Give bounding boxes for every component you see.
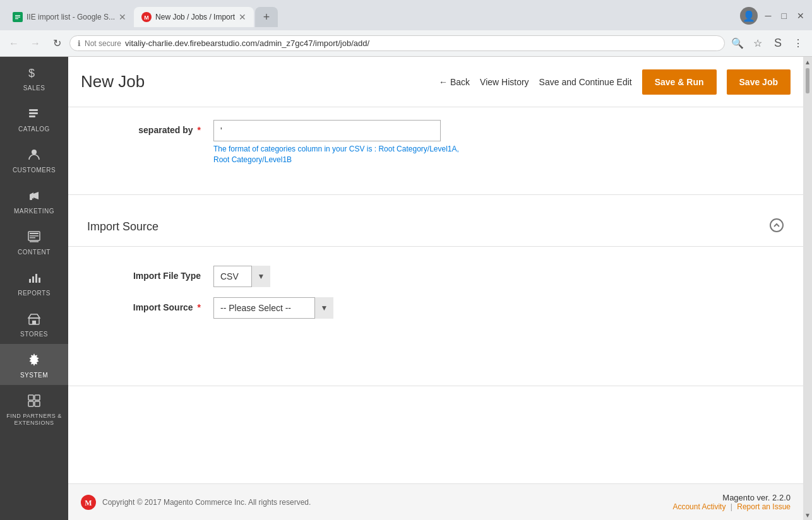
sidebar-item-extensions-label: FIND PARTNERS & EXTENSIONS	[4, 413, 64, 427]
tab1-title: IIE import list - Google S...	[27, 13, 115, 21]
separated-by-label: separated by *	[87, 120, 213, 135]
svg-rect-9	[29, 115, 35, 117]
tab-list: IIE import list - Google S... ✕ M New Jo…	[5, 7, 740, 27]
scroll-track	[803, 67, 812, 510]
svg-rect-14	[30, 235, 39, 237]
save-continue-button[interactable]: Save and Continue Edit	[539, 77, 632, 87]
sidebar-item-marketing-label: MARKETING	[14, 208, 54, 215]
view-history-button[interactable]: View History	[480, 77, 529, 87]
import-file-type-row: Import File Type CSV XML JSON ▼	[87, 266, 784, 287]
svg-rect-18	[35, 274, 37, 283]
svg-rect-1	[15, 15, 20, 16]
import-source-select[interactable]: -- Please Select -- File FTP/SFTP URL Dr…	[213, 297, 333, 319]
sidebar-item-sales-label: SALES	[23, 85, 45, 92]
account-activity-link[interactable]: Account Activity	[672, 502, 725, 511]
save-job-button[interactable]: Save Job	[727, 69, 791, 95]
svg-rect-16	[29, 279, 31, 283]
close-window-button[interactable]: ✕	[794, 11, 807, 21]
extension-icon[interactable]: S	[769, 35, 787, 52]
import-source-body: Import File Type CSV XML JSON ▼	[68, 247, 803, 348]
page-title: New Job	[81, 72, 145, 92]
sidebar-item-marketing[interactable]: MARKETING	[0, 180, 68, 221]
import-source-required-marker: *	[198, 302, 201, 312]
separated-by-input[interactable]	[213, 120, 441, 141]
content-icon	[27, 230, 41, 246]
url-bar[interactable]: ℹ Not secure vitaliy-charlie.dev.firebea…	[69, 35, 725, 51]
svg-rect-15	[30, 237, 35, 239]
new-tab-button[interactable]: +	[255, 7, 278, 27]
maximize-button[interactable]: □	[779, 11, 789, 21]
search-icon[interactable]: 🔍	[729, 35, 746, 52]
scroll-up-button[interactable]: ▲	[803, 57, 812, 67]
svg-text:$: $	[28, 67, 35, 80]
marketing-icon	[27, 189, 41, 205]
main-content: New Job ← Back View History Save and Con…	[68, 57, 803, 520]
back-nav-button[interactable]: ←	[5, 35, 23, 52]
reload-button[interactable]: ↻	[48, 35, 66, 52]
extensions-icon	[27, 394, 41, 410]
separated-by-row: separated by * The format of categories …	[87, 120, 784, 165]
sidebar-item-sales[interactable]: $ SALES	[0, 57, 68, 98]
svg-rect-23	[28, 395, 33, 400]
footer-links: Account Activity | Report an Issue	[672, 502, 791, 511]
sidebar-item-reports[interactable]: REPORTS	[0, 262, 68, 303]
tab1-close-icon[interactable]: ✕	[119, 12, 126, 22]
import-file-type-wrap: CSV XML JSON ▼	[213, 266, 784, 287]
tab2-title: New Job / Jobs / Import	[155, 13, 235, 21]
copyright-text: Copyright © 2017 Magento Commerce Inc. A…	[102, 498, 311, 507]
required-marker: *	[198, 125, 201, 135]
svg-text:M: M	[85, 499, 92, 507]
svg-rect-8	[29, 112, 38, 114]
footer-left: M Copyright © 2017 Magento Commerce Inc.…	[81, 495, 311, 510]
svg-rect-7	[29, 109, 38, 111]
svg-text:M: M	[144, 15, 149, 21]
import-source-header[interactable]: Import Source	[68, 208, 803, 247]
back-button[interactable]: ← Back	[439, 77, 470, 87]
sales-icon: $	[27, 66, 41, 82]
tab-magento[interactable]: M New Job / Jobs / Import ✕	[134, 7, 254, 27]
svg-rect-24	[35, 395, 40, 400]
report-issue-link[interactable]: Report an Issue	[737, 502, 791, 511]
save-run-button[interactable]: Save & Run	[642, 69, 717, 95]
footer-right: Magento ver. 2.2.0 Account Activity | Re…	[672, 493, 791, 511]
import-file-type-select[interactable]: CSV XML JSON	[213, 266, 270, 287]
import-source-select-wrap: -- Please Select -- File FTP/SFTP URL Dr…	[213, 297, 333, 319]
bookmark-icon[interactable]: ☆	[749, 35, 767, 52]
sidebar-item-catalog[interactable]: CATALOG	[0, 98, 68, 139]
footer-separator: |	[731, 502, 732, 511]
scroll-thumb[interactable]	[806, 68, 809, 93]
system-icon	[27, 353, 41, 369]
scroll-down-button[interactable]: ▼	[803, 510, 812, 520]
header-actions: ← Back View History Save and Continue Ed…	[439, 69, 791, 95]
stores-icon	[27, 312, 41, 328]
svg-rect-17	[32, 276, 34, 283]
right-scrollbar[interactable]: ▲ ▼	[803, 57, 812, 520]
form-section-top: separated by * The format of categories …	[68, 107, 803, 188]
sidebar-item-stores[interactable]: STORES	[0, 303, 68, 344]
reports-icon	[27, 271, 41, 287]
user-profile-icon[interactable]: 👤	[740, 7, 758, 25]
collapse-icon[interactable]	[769, 218, 784, 236]
sidebar-item-system[interactable]: SYSTEM	[0, 344, 68, 385]
sidebar-item-catalog-label: CATALOG	[18, 126, 50, 133]
form-area: separated by * The format of categories …	[68, 107, 803, 483]
browser-right-icons: 🔍 ☆ S ⋮	[729, 35, 807, 52]
sidebar-item-content[interactable]: CONTENT	[0, 221, 68, 262]
sidebar-item-extensions[interactable]: FIND PARTNERS & EXTENSIONS	[0, 385, 68, 433]
svg-rect-11	[30, 197, 32, 200]
browser-tab-bar: IIE import list - Google S... ✕ M New Jo…	[0, 0, 812, 30]
svg-rect-26	[35, 401, 40, 406]
svg-point-10	[32, 150, 37, 155]
url-text: vitaliy-charlie.dev.firebearstudio.com/a…	[125, 38, 717, 48]
sidebar-item-customers[interactable]: CUSTOMERS	[0, 139, 68, 180]
svg-rect-25	[28, 401, 33, 406]
tab2-close-icon[interactable]: ✕	[239, 12, 246, 22]
section-divider	[68, 194, 803, 195]
footer-version: Magento ver. 2.2.0	[672, 493, 791, 502]
tab-sheets[interactable]: IIE import list - Google S... ✕	[5, 7, 134, 27]
menu-icon[interactable]: ⋮	[789, 35, 807, 52]
svg-rect-21	[32, 321, 36, 324]
page-header: New Job ← Back View History Save and Con…	[68, 57, 803, 107]
forward-nav-button[interactable]: →	[27, 35, 44, 52]
minimize-button[interactable]: ─	[763, 11, 774, 21]
